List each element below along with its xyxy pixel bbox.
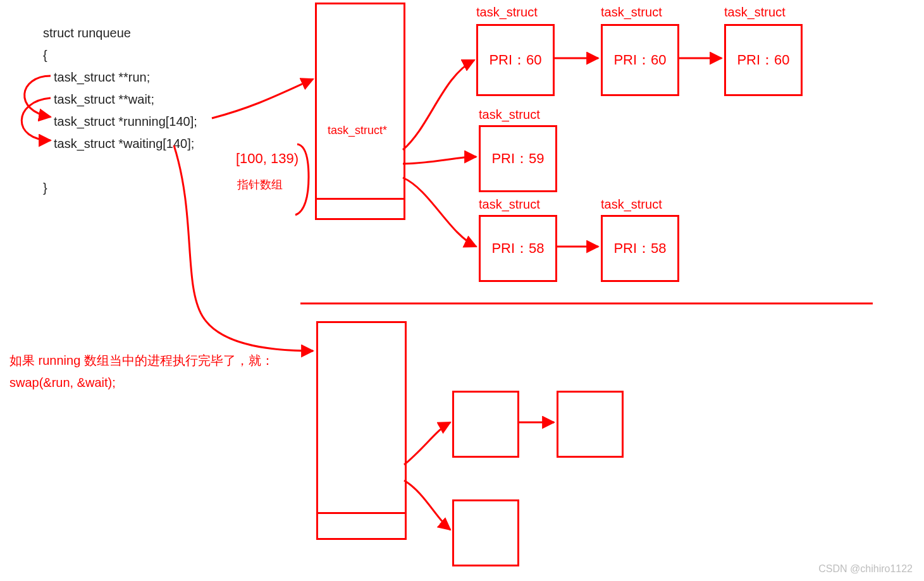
text-pri58-2: PRI：58 [613, 239, 666, 258]
text-pri60-3: PRI：60 [737, 51, 789, 70]
label-task-struct-3b: task_struct [601, 197, 662, 212]
label-task-struct-ptr: task_struct* [328, 124, 387, 137]
label-pointer-array: 指针数组 [237, 177, 283, 192]
code-line-7: } [43, 177, 47, 199]
array-slot-4 [315, 184, 405, 200]
node-pri58-1: PRI：58 [479, 215, 557, 282]
note-line-2: swap(&run, &wait); [9, 373, 116, 392]
code-line-3: task_struct **run; [54, 66, 150, 89]
code-line-6: task_struct *waiting[140]; [54, 133, 194, 155]
label-range: [100, 139) [236, 150, 299, 167]
node-pri58-2: PRI：58 [601, 215, 679, 282]
node-pri60-3: PRI：60 [724, 24, 803, 96]
label-task-struct-1b: task_struct [601, 5, 662, 20]
label-task-struct-2: task_struct [479, 107, 540, 122]
text-pri58-1: PRI：58 [491, 239, 544, 258]
note-line-1: 如果 running 数组当中的进程执行完毕了，就： [9, 351, 274, 370]
wait-node-1 [452, 391, 519, 458]
label-task-struct-1c: task_struct [724, 5, 785, 20]
code-line-1: struct runqueue [43, 22, 131, 44]
wait-slot-4 [316, 498, 407, 514]
text-pri60-1: PRI：60 [489, 51, 541, 70]
code-line-4: task_struct **wait; [54, 89, 154, 111]
wait-node-2 [557, 391, 624, 458]
node-pri59: PRI：59 [479, 125, 557, 192]
label-task-struct-3a: task_struct [479, 197, 540, 212]
label-task-struct-1a: task_struct [476, 5, 538, 20]
watermark: CSDN @chihiro1122 [818, 563, 913, 575]
text-pri60-2: PRI：60 [613, 51, 666, 70]
node-pri60-2: PRI：60 [601, 24, 679, 96]
wait-node-3 [452, 499, 519, 566]
node-pri60-1: PRI：60 [476, 24, 555, 96]
code-line-5: task_struct *running[140]; [54, 111, 197, 133]
text-pri59: PRI：59 [491, 149, 544, 168]
code-line-2: { [43, 44, 47, 66]
